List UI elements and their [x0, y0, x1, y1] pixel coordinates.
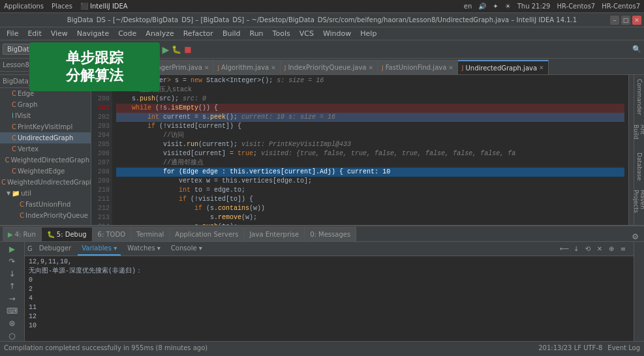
menu-run[interactable]: Run	[246, 29, 268, 38]
debug-toolbar-icon3[interactable]: ⟲	[583, 244, 593, 254]
tree-item-util[interactable]: ▼ 📁 util	[0, 188, 91, 199]
console-line: 4	[29, 294, 630, 303]
tree-item-ivisit[interactable]: I IVisit	[0, 110, 91, 121]
code-line: //把源点压入stack	[116, 85, 624, 95]
menu-help[interactable]: Help	[356, 29, 380, 38]
close-icon[interactable]: ✕	[204, 65, 209, 71]
menu-window[interactable]: Window	[319, 29, 355, 38]
java-icon: J	[462, 65, 464, 71]
run-to-cursor-button[interactable]: →	[5, 293, 20, 304]
expand-arrow: ▼	[7, 190, 10, 196]
tab-console[interactable]: Console ▾	[167, 243, 206, 256]
step-out-button[interactable]: ↑	[5, 280, 20, 291]
right-tab-commander[interactable]: Commander	[635, 78, 644, 117]
tab-variables[interactable]: Variables ▾	[78, 243, 121, 256]
tree-label-printkey: PrintKeyVisitImpl	[18, 123, 72, 130]
minimize-button[interactable]: –	[610, 16, 619, 25]
settings-gear-icon[interactable]: ⚙	[632, 232, 639, 241]
menu-vcs[interactable]: VCS	[296, 29, 318, 38]
close-icon[interactable]: ✕	[539, 65, 544, 71]
tab-indexpriorityqueue[interactable]: J IndexPriorityQueue.java ✕	[281, 60, 378, 74]
tab-fastunion[interactable]: J FastUnionFind.java ✕	[378, 60, 458, 74]
event-log[interactable]: Event Log	[607, 344, 640, 351]
tab-debugger[interactable]: Debugger	[35, 243, 76, 256]
code-line-207: for (Edge edge : this.vertices[current].…	[116, 168, 624, 177]
stop-button[interactable]: ■	[184, 45, 191, 54]
session-label: G	[27, 245, 33, 252]
tab-terminal[interactable]: Terminal	[131, 227, 170, 241]
debug-toolbar-icon5[interactable]: ⊕	[606, 244, 617, 254]
tree-item-printkey[interactable]: C PrintKeyVisitImpl	[0, 121, 91, 132]
code-content[interactable]: Stack<Integer> s = new Stack<Integer>();…	[112, 75, 628, 225]
menu-refactor[interactable]: Refactor	[179, 29, 217, 38]
class-icon: C	[12, 123, 16, 130]
places-label[interactable]: Places	[52, 3, 72, 10]
tab-watches[interactable]: Watches ▾	[123, 243, 164, 256]
evaluate-button[interactable]: ⌨	[5, 305, 20, 316]
tab-todo[interactable]: 6: TODO	[93, 227, 131, 241]
tree-item-undirected[interactable]: C UndirectedGraph	[0, 132, 91, 143]
tree-item-weighteddirected[interactable]: C WeightedDirectedGraph	[0, 155, 91, 166]
wifi-icon[interactable]: ☀	[505, 3, 511, 10]
menu-bar: File Edit View Navigate Code Analyze Ref…	[0, 27, 644, 40]
tab-appservers[interactable]: Application Servers	[170, 227, 244, 241]
bluetooth-icon[interactable]: ✦	[493, 3, 498, 10]
menu-edit[interactable]: Edit	[23, 29, 45, 38]
code-editor: 198 199 200 201 202 203 204 205 206 207 …	[91, 75, 634, 225]
run-button[interactable]: ▶	[162, 44, 169, 55]
intellij-label[interactable]: ⬛ IntelliJ IDEA	[80, 3, 128, 10]
applications-label[interactable]: Applications	[4, 3, 44, 10]
menu-navigate[interactable]: Navigate	[73, 29, 113, 38]
tree-item-indexpriorityqueue[interactable]: C IndexPriorityQueue	[0, 210, 91, 221]
step-over-button[interactable]: ↷	[5, 256, 20, 267]
console-line: 0	[29, 276, 630, 285]
tree-item-fastunion[interactable]: C FastUnionFind	[0, 199, 91, 210]
right-panel: Commander Ant Build Database Maven Proje…	[634, 75, 644, 225]
right-tab-ant[interactable]: Ant Build	[632, 123, 645, 145]
maximize-button[interactable]: □	[621, 16, 630, 25]
tree-label-weighteddirected: WeightedDirectedGraph	[11, 156, 89, 164]
close-icon[interactable]: ✕	[271, 65, 276, 71]
menu-code[interactable]: Code	[114, 29, 140, 38]
volume-icon[interactable]: 🔊	[478, 3, 486, 10]
menu-analyze[interactable]: Analyze	[142, 29, 177, 38]
close-icon[interactable]: ✕	[448, 65, 453, 71]
mute-breakpoints-button[interactable]: ○	[5, 330, 20, 341]
menu-tools[interactable]: Tools	[269, 29, 294, 38]
tree-item-weightededge[interactable]: C WeightedEdge	[0, 166, 91, 177]
debug-toolbar-icon6[interactable]: ≡	[618, 244, 628, 254]
tab-fastunion-label: FastUnionFind.java	[386, 64, 447, 71]
tree-item-vertex[interactable]: C Vertex	[0, 143, 91, 155]
class-icon: C	[12, 101, 16, 108]
right-tab-maven[interactable]: Maven Projects	[632, 188, 645, 223]
tab-algorithm[interactable]: J Algorithm.java ✕	[213, 60, 280, 74]
tab-debug[interactable]: 🐛 5: Debug	[42, 227, 93, 241]
tab-messages[interactable]: 0: Messages	[305, 227, 356, 241]
class-icon: C	[12, 168, 16, 175]
close-icon[interactable]: ✕	[369, 65, 374, 71]
menu-build[interactable]: Build	[219, 29, 245, 38]
menu-view[interactable]: View	[47, 29, 72, 38]
code-line: visit.run(current); visit: PrintKeyVisit…	[116, 140, 624, 149]
tab-undirectedgraph[interactable]: J UndirectedGraph.java ✕	[458, 60, 549, 74]
tree-item-weightedundirected[interactable]: C WeightedUndirectedGraph	[0, 177, 91, 188]
view-breakpoints-button[interactable]: ⊛	[5, 318, 20, 329]
close-button[interactable]: ✕	[632, 16, 641, 25]
menu-file[interactable]: File	[3, 29, 22, 38]
tree-item-graph[interactable]: C Graph	[0, 99, 91, 110]
tab-run[interactable]: ▶ 4: Run	[3, 227, 42, 241]
resume-button[interactable]: ▶	[5, 243, 20, 254]
debug-toolbar-icon2[interactable]: ↓	[571, 244, 581, 254]
code-line: //访问	[116, 131, 624, 140]
debug-toolbar-icon1[interactable]: ⟵	[559, 244, 570, 254]
breadcrumb-project[interactable]: Lesson8	[3, 61, 29, 68]
step-into-button[interactable]: ↓	[5, 268, 20, 279]
window-title: BigData_DS – [~/Desktop/BigData_DS] – [B…	[67, 16, 577, 23]
tab-debug-label: 5: Debug	[57, 231, 87, 238]
debug-button[interactable]: 🐛	[172, 45, 181, 54]
java-icon: J	[284, 65, 286, 71]
debug-toolbar-icon4[interactable]: ✕	[594, 244, 605, 254]
search-everywhere[interactable]: 🔍	[632, 45, 641, 53]
tab-javaenterprise[interactable]: Java Enterprise	[244, 227, 305, 241]
right-tab-database[interactable]: Database	[635, 151, 644, 182]
